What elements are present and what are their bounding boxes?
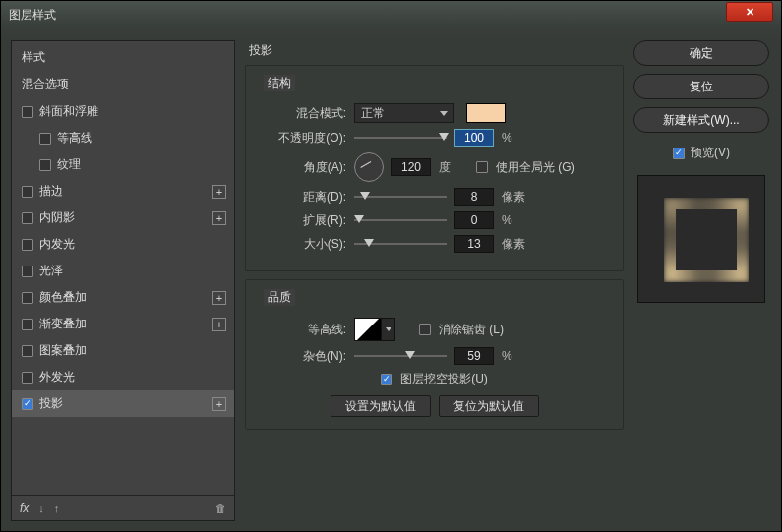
noise-label: 杂色(N): bbox=[260, 348, 346, 365]
cancel-button[interactable]: 复位 bbox=[633, 74, 769, 99]
noise-unit: % bbox=[502, 349, 531, 363]
sidebar-item-3[interactable]: 描边+ bbox=[12, 178, 234, 205]
shadow-color-swatch[interactable] bbox=[466, 103, 506, 123]
size-unit: 像素 bbox=[502, 236, 531, 253]
effect-checkbox[interactable] bbox=[22, 398, 33, 410]
angle-input[interactable]: 120 bbox=[391, 158, 431, 176]
sidebar-item-5[interactable]: 内发光 bbox=[12, 231, 234, 258]
opacity-slider[interactable] bbox=[354, 131, 447, 145]
distance-unit: 像素 bbox=[502, 189, 531, 206]
ok-button[interactable]: 确定 bbox=[633, 40, 769, 66]
effect-checkbox[interactable] bbox=[22, 319, 33, 330]
effect-checkbox[interactable] bbox=[22, 186, 33, 198]
contour-picker[interactable] bbox=[354, 318, 382, 341]
effect-label: 渐变叠加 bbox=[39, 316, 207, 332]
effect-label: 斜面和浮雕 bbox=[39, 103, 226, 120]
structure-title: 结构 bbox=[264, 75, 295, 91]
size-label: 大小(S): bbox=[260, 236, 346, 253]
noise-slider[interactable] bbox=[354, 349, 447, 363]
effect-label: 外发光 bbox=[39, 369, 226, 385]
effect-label: 内发光 bbox=[39, 236, 226, 253]
effect-label: 光泽 bbox=[39, 263, 226, 279]
panel-title: 投影 bbox=[249, 42, 624, 59]
size-input[interactable]: 13 bbox=[454, 235, 494, 253]
add-effect-icon[interactable]: + bbox=[212, 211, 226, 225]
new-style-button[interactable]: 新建样式(W)... bbox=[633, 107, 769, 133]
quality-group: 品质 等高线: 消除锯齿 (L) 杂色(N): bbox=[245, 279, 624, 430]
move-down-icon[interactable]: ↓ bbox=[38, 502, 44, 514]
opacity-unit: % bbox=[502, 131, 531, 145]
preview-label: 预览(V) bbox=[691, 145, 730, 161]
effect-checkbox[interactable] bbox=[39, 159, 51, 171]
sidebar-item-6[interactable]: 光泽 bbox=[12, 258, 234, 284]
add-effect-icon[interactable]: + bbox=[212, 185, 226, 199]
sidebar-item-2[interactable]: 纹理 bbox=[12, 151, 234, 178]
distance-input[interactable]: 8 bbox=[454, 188, 494, 206]
effect-label: 图案叠加 bbox=[39, 342, 226, 359]
add-effect-icon[interactable]: + bbox=[212, 397, 226, 411]
preview-thumbnail bbox=[637, 175, 765, 303]
contour-dropdown-icon[interactable] bbox=[382, 318, 395, 341]
effect-label: 投影 bbox=[39, 395, 207, 412]
angle-label: 角度(A): bbox=[260, 159, 346, 176]
effect-checkbox[interactable] bbox=[22, 292, 33, 304]
sidebar-item-1[interactable]: 等高线 bbox=[12, 125, 234, 151]
size-slider[interactable] bbox=[354, 237, 447, 251]
preview-checkbox[interactable] bbox=[673, 148, 685, 159]
angle-unit: 度 bbox=[439, 159, 468, 176]
titlebar[interactable]: 图层样式 ✕ bbox=[1, 1, 781, 29]
opacity-label: 不透明度(O): bbox=[260, 130, 346, 147]
effect-label: 纹理 bbox=[57, 156, 226, 173]
effect-checkbox[interactable] bbox=[22, 345, 33, 357]
right-panel: 确定 复位 新建样式(W)... 预览(V) bbox=[632, 40, 771, 521]
move-up-icon[interactable]: ↑ bbox=[54, 502, 60, 514]
sidebar-item-0[interactable]: 斜面和浮雕 bbox=[12, 98, 234, 125]
blend-mode-select[interactable]: 正常 bbox=[354, 103, 454, 123]
knockout-label: 图层挖空投影(U) bbox=[400, 371, 488, 387]
add-effect-icon[interactable]: + bbox=[212, 291, 226, 305]
fx-menu-icon[interactable]: fx bbox=[20, 502, 29, 515]
spread-slider[interactable] bbox=[354, 213, 447, 227]
global-light-label: 使用全局光 (G) bbox=[496, 159, 575, 176]
sidebar-item-8[interactable]: 渐变叠加+ bbox=[12, 311, 234, 337]
effect-label: 颜色叠加 bbox=[39, 289, 207, 306]
sidebar-item-10[interactable]: 外发光 bbox=[12, 364, 234, 390]
effect-label: 内阴影 bbox=[39, 209, 207, 226]
window-title: 图层样式 bbox=[9, 7, 726, 24]
add-effect-icon[interactable]: + bbox=[212, 318, 226, 331]
effect-label: 等高线 bbox=[57, 130, 226, 147]
effect-checkbox[interactable] bbox=[22, 212, 33, 224]
spread-input[interactable]: 0 bbox=[454, 211, 494, 229]
distance-slider[interactable] bbox=[354, 190, 447, 204]
close-button[interactable]: ✕ bbox=[726, 2, 773, 22]
contour-label: 等高线: bbox=[260, 322, 346, 338]
antialias-checkbox[interactable] bbox=[419, 324, 431, 335]
reset-default-button[interactable]: 复位为默认值 bbox=[439, 395, 539, 417]
opacity-input[interactable]: 100 bbox=[454, 129, 494, 147]
distance-label: 距离(D): bbox=[260, 189, 346, 206]
effect-checkbox[interactable] bbox=[22, 266, 33, 277]
sidebar-heading-styles[interactable]: 样式 bbox=[12, 41, 234, 70]
structure-group: 结构 混合模式: 正常 不透明度(O): 100 % 角度(A): bbox=[245, 65, 624, 271]
trash-icon[interactable]: 🗑 bbox=[215, 502, 226, 514]
global-light-checkbox[interactable] bbox=[476, 161, 488, 173]
effect-checkbox[interactable] bbox=[39, 133, 51, 145]
sidebar-footer: fx ↓ ↑ 🗑 bbox=[12, 495, 234, 520]
sidebar-item-11[interactable]: 投影+ bbox=[12, 390, 234, 417]
effect-label: 描边 bbox=[39, 183, 207, 200]
noise-input[interactable]: 59 bbox=[454, 347, 494, 365]
sidebar-item-9[interactable]: 图案叠加 bbox=[12, 337, 234, 364]
antialias-label: 消除锯齿 (L) bbox=[439, 322, 504, 338]
effect-checkbox[interactable] bbox=[22, 106, 33, 118]
sidebar-item-4[interactable]: 内阴影+ bbox=[12, 205, 234, 231]
angle-dial[interactable] bbox=[354, 152, 384, 182]
sidebar-heading-blend[interactable]: 混合选项 bbox=[12, 70, 234, 98]
quality-title: 品质 bbox=[264, 289, 295, 306]
sidebar-item-7[interactable]: 颜色叠加+ bbox=[12, 284, 234, 311]
make-default-button[interactable]: 设置为默认值 bbox=[331, 395, 431, 417]
effect-checkbox[interactable] bbox=[22, 372, 33, 384]
knockout-checkbox[interactable] bbox=[381, 374, 392, 385]
effect-checkbox[interactable] bbox=[22, 239, 33, 251]
spread-label: 扩展(R): bbox=[260, 212, 346, 229]
effects-sidebar: 样式 混合选项 斜面和浮雕等高线纹理描边+内阴影+内发光光泽颜色叠加+渐变叠加+… bbox=[11, 40, 235, 521]
